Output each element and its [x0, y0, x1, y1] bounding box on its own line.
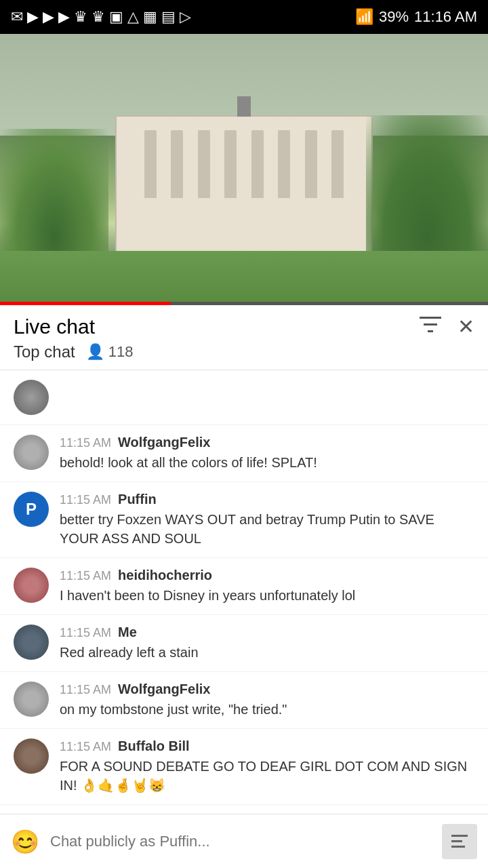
video-trees-right — [366, 115, 488, 264]
table-row: 11:15 AM Buffalo Bill FOR A SOUND DEBATE… — [0, 729, 488, 805]
message-content: 11:15 AM Puffin better try Foxzen WAYS O… — [60, 492, 474, 548]
message-time: 11:15 AM — [60, 740, 111, 754]
message-author: heidihocherrio — [118, 568, 212, 583]
image-icon: ▦ — [143, 8, 157, 26]
message-text: better try Foxzen WAYS OUT and betray Tr… — [60, 510, 474, 548]
svg-rect-5 — [451, 846, 465, 848]
status-right: 📶 39% 11:16 AM — [355, 8, 477, 26]
person-icon: 👤 — [86, 343, 104, 361]
table-row: 11:15 AM Me Red already left a stain — [0, 615, 488, 672]
play-icon2: ▶ — [43, 8, 54, 26]
message-text: I haven't been to Disney in years unfort… — [60, 586, 474, 605]
play-store-icon: ▷ — [180, 8, 191, 26]
viewer-count-number: 118 — [108, 343, 134, 361]
svg-rect-1 — [424, 323, 437, 326]
message-text: behold! look at all the colors of life! … — [60, 453, 474, 472]
emoji-button[interactable]: 😊 — [11, 828, 39, 855]
avatar — [14, 435, 49, 470]
svg-rect-2 — [428, 330, 433, 332]
message-text: Red already left a stain — [60, 643, 474, 662]
warning-icon: △ — [127, 8, 139, 26]
status-bar: ✉ ▶ ▶ ▶ ♛ ♛ ▣ △ ▦ ▤ ▷ 📶 39% 11:16 AM — [0, 0, 488, 34]
status-icons-left: ✉ ▶ ▶ ▶ ♛ ♛ ▣ △ ▦ ▤ ▷ — [11, 8, 191, 26]
video-progress-bar[interactable] — [0, 302, 488, 305]
message-author: Buffalo Bill — [118, 738, 190, 754]
crown-icon2: ♛ — [92, 8, 105, 26]
message-meta: 11:15 AM Me — [60, 625, 474, 640]
avatar — [14, 738, 49, 774]
message-time: 11:15 AM — [60, 569, 111, 583]
message-content: 11:15 AM WolfgangFelix on my tombstone j… — [60, 682, 474, 719]
calendar-icon: ▤ — [161, 8, 176, 26]
crown-icon: ♛ — [74, 8, 87, 26]
live-chat-title: Live chat — [14, 315, 95, 338]
chat-input[interactable] — [50, 833, 431, 850]
filter-icon[interactable] — [420, 315, 441, 338]
video-trees-left — [0, 129, 108, 264]
message-text: FOR A SOUND DEBATE GO TO DEAF GIRL DOT C… — [60, 757, 474, 795]
message-author: WolfgangFelix — [118, 435, 210, 450]
close-icon[interactable]: ✕ — [458, 315, 474, 338]
message-time: 11:15 AM — [60, 436, 111, 450]
message-author: WolfgangFelix — [118, 682, 210, 697]
message-content: 11:15 AM heidihocherrio I haven't been t… — [60, 568, 474, 605]
video-progress-fill — [0, 302, 171, 305]
message-meta: 11:15 AM Puffin — [60, 492, 474, 507]
svg-rect-3 — [451, 835, 468, 837]
top-chat-label[interactable]: Top chat — [14, 342, 75, 361]
svg-rect-4 — [451, 840, 462, 842]
table-row: 11:15 AM heidihocherrio I haven't been t… — [0, 558, 488, 615]
message-content: 11:15 AM WolfgangFelix behold! look at a… — [60, 435, 474, 472]
table-row: P 11:15 AM Puffin better try Foxzen WAYS… — [0, 482, 488, 558]
play-icon3: ▶ — [58, 8, 70, 26]
chat-header-top: Live chat ✕ — [14, 315, 474, 338]
time-display: 11:16 AM — [414, 8, 477, 26]
table-row: 11:15 AM WolfgangFelix behold! look at a… — [0, 425, 488, 482]
video-player[interactable] — [0, 34, 488, 305]
message-author: Me — [118, 625, 137, 640]
avatar — [14, 625, 49, 660]
video-lawn — [0, 251, 488, 305]
svg-rect-0 — [420, 317, 441, 319]
avatar — [14, 568, 49, 603]
send-message-button[interactable] — [442, 824, 477, 859]
message-author: Puffin — [118, 492, 157, 507]
avatar — [14, 682, 49, 717]
white-house-building — [115, 115, 373, 264]
message-meta: 11:15 AM Buffalo Bill — [60, 738, 474, 754]
avatar — [14, 380, 49, 415]
message-text: on my tombstone just write, "he tried." — [60, 700, 474, 719]
message-time: 11:15 AM — [60, 493, 111, 507]
viewer-count: 👤 118 — [86, 343, 134, 361]
wifi-icon: 📶 — [355, 8, 373, 26]
message-meta: 11:15 AM WolfgangFelix — [60, 682, 474, 697]
chat-message-partial — [0, 370, 488, 425]
table-row: 11:15 AM WolfgangFelix on my tombstone j… — [0, 672, 488, 729]
play-icon: ▶ — [27, 8, 39, 26]
battery-text: 39% — [379, 8, 409, 26]
chat-input-area: 😊 — [0, 814, 488, 868]
chat-messages-list: 11:15 AM WolfgangFelix behold! look at a… — [0, 370, 488, 868]
message-time: 11:15 AM — [60, 683, 111, 697]
notification-icon: ✉ — [11, 8, 23, 26]
message-content: 11:15 AM Me Red already left a stain — [60, 625, 474, 662]
chat-header: Live chat ✕ Top chat 👤 118 — [0, 305, 488, 370]
message-meta: 11:15 AM heidihocherrio — [60, 568, 474, 583]
chat-header-sub: Top chat 👤 118 — [14, 342, 474, 370]
message-content: 11:15 AM Buffalo Bill FOR A SOUND DEBATE… — [60, 738, 474, 795]
avatar: P — [14, 492, 49, 527]
folder-icon: ▣ — [109, 8, 123, 26]
header-icons: ✕ — [420, 315, 474, 338]
message-meta: 11:15 AM WolfgangFelix — [60, 435, 474, 450]
message-time: 11:15 AM — [60, 626, 111, 640]
